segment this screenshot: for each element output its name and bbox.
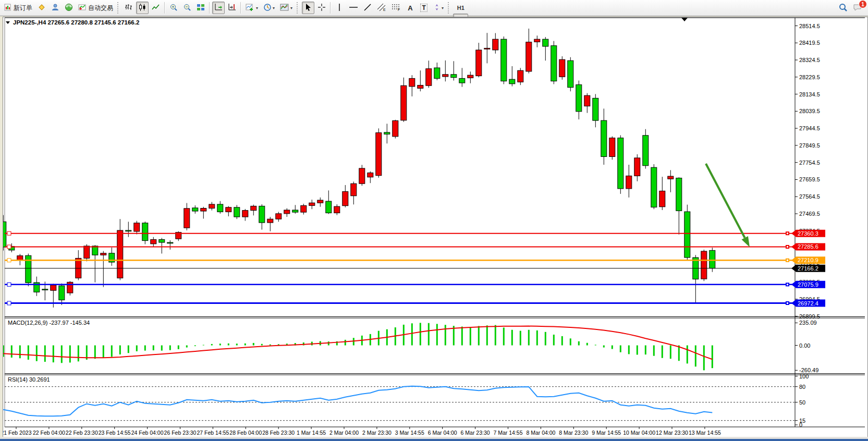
trendline-button[interactable] bbox=[361, 2, 374, 14]
chart-canvas[interactable]: 26899.526994.527089.527184.527279.527374… bbox=[3, 17, 868, 439]
new-order-button[interactable]: 新订单 bbox=[2, 2, 34, 14]
search-button[interactable] bbox=[836, 2, 850, 14]
candle-body bbox=[51, 285, 56, 290]
candle-body bbox=[634, 158, 640, 176]
candle-body bbox=[226, 207, 231, 212]
line-handle-dot bbox=[787, 232, 788, 234]
rsi-axis-label: 50 bbox=[799, 399, 805, 406]
candle-body bbox=[509, 79, 515, 84]
candle-body bbox=[434, 68, 440, 78]
candle-body bbox=[526, 42, 532, 71]
zoom-in-button[interactable] bbox=[167, 2, 180, 14]
bar-chart-icon bbox=[125, 3, 133, 13]
time-label: 24 Feb 04:00 bbox=[131, 430, 164, 436]
candle-body bbox=[710, 250, 715, 268]
candle-body bbox=[593, 98, 598, 120]
annotation-arrow-head[interactable] bbox=[742, 236, 750, 247]
candlestick-button[interactable] bbox=[136, 2, 149, 14]
rsi-axis-label: 0 bbox=[799, 422, 802, 428]
toolbar-grip bbox=[448, 2, 451, 14]
crosshair-button[interactable] bbox=[315, 2, 328, 14]
line-handle[interactable] bbox=[7, 231, 11, 235]
candle-body bbox=[326, 201, 332, 213]
line-handle[interactable] bbox=[7, 245, 11, 249]
candle-body bbox=[117, 230, 123, 278]
cursor-button[interactable] bbox=[302, 2, 314, 14]
periods-button[interactable]: ▾ bbox=[261, 2, 277, 14]
templates-icon bbox=[280, 3, 289, 13]
fibonacci-icon: F bbox=[392, 3, 401, 13]
equidistant-channel-button[interactable]: E bbox=[375, 2, 388, 14]
time-label: 6 Mar 23:30 bbox=[461, 430, 490, 436]
time-label: 26 Feb 23:30 bbox=[164, 430, 197, 436]
time-label: 2 Mar 04:00 bbox=[329, 430, 359, 436]
line-handle-dot bbox=[787, 260, 788, 261]
annotation-arrow[interactable] bbox=[706, 164, 745, 238]
zoom-out-button[interactable] bbox=[181, 2, 193, 14]
candle-body bbox=[259, 206, 265, 223]
chart-window[interactable]: 26899.526994.527089.527184.527279.527374… bbox=[3, 17, 868, 439]
vertical-line-button[interactable] bbox=[333, 2, 346, 14]
price-tick-label: 28229.5 bbox=[799, 74, 820, 80]
candle-body bbox=[668, 176, 674, 179]
candle-body bbox=[468, 75, 473, 78]
line-chart-button[interactable] bbox=[150, 2, 162, 14]
candle-body bbox=[451, 75, 457, 78]
timeframe-h1[interactable]: H1 bbox=[453, 2, 468, 14]
candle-body bbox=[609, 138, 615, 157]
candle-body bbox=[601, 120, 607, 156]
tile-windows-button[interactable] bbox=[194, 2, 207, 14]
toolbar-separator bbox=[240, 2, 241, 14]
toolbar-separator bbox=[209, 2, 210, 14]
candle-body bbox=[459, 78, 465, 83]
trendline-icon bbox=[363, 3, 372, 13]
line-handle[interactable] bbox=[7, 283, 11, 286]
auto-trading-label: 自动交易 bbox=[88, 4, 113, 13]
toolbar: 新订单 自动交易 ▾ ▾ bbox=[0, 0, 868, 16]
candle-body bbox=[292, 210, 298, 212]
candle-body bbox=[659, 191, 665, 206]
notifications-button[interactable]: 1 bbox=[851, 2, 864, 14]
fibonacci-button[interactable]: F bbox=[389, 2, 403, 14]
price-line-badge-label: 26972.4 bbox=[798, 300, 818, 307]
price-tick-label: 27754.5 bbox=[799, 160, 820, 166]
signal-button[interactable] bbox=[63, 2, 75, 14]
compass-button[interactable] bbox=[35, 2, 48, 14]
auto-trading-button[interactable]: 自动交易 bbox=[76, 2, 115, 14]
toolbar-separator bbox=[330, 2, 331, 14]
text-label-button[interactable]: T bbox=[418, 2, 430, 14]
bar-chart-button[interactable] bbox=[123, 2, 135, 14]
candle-body bbox=[351, 183, 357, 195]
chart-shift-button[interactable] bbox=[226, 2, 238, 14]
candle-body bbox=[409, 78, 415, 87]
toolbar-separator bbox=[164, 2, 165, 14]
new-order-label: 新订单 bbox=[14, 4, 32, 13]
candle-body bbox=[476, 50, 482, 76]
candle-body bbox=[84, 246, 90, 258]
horizontal-line-button[interactable] bbox=[347, 2, 360, 14]
profile-button[interactable] bbox=[49, 2, 62, 14]
time-label: 7 Mar 14:55 bbox=[493, 430, 522, 436]
line-handle[interactable] bbox=[7, 301, 11, 305]
time-label: 21 Feb 2023 bbox=[3, 430, 32, 436]
candlestick-icon bbox=[138, 3, 146, 13]
text-button[interactable]: A bbox=[404, 2, 417, 14]
line-handle[interactable] bbox=[7, 259, 11, 262]
candle-body bbox=[192, 208, 198, 211]
candle-body bbox=[59, 286, 65, 300]
crosshair-icon bbox=[317, 3, 326, 13]
arrows-button[interactable]: ▾ bbox=[431, 2, 446, 14]
time-label: 28 Feb 23:30 bbox=[262, 430, 295, 436]
shift-marker[interactable] bbox=[681, 18, 688, 21]
symbol-dropdown-icon[interactable] bbox=[6, 21, 10, 24]
candle-body bbox=[534, 39, 540, 42]
candle-body bbox=[142, 223, 148, 241]
time-label: 2 Mar 23:30 bbox=[362, 430, 392, 436]
indicators-button[interactable]: ▾ bbox=[243, 2, 260, 14]
time-label: 10 Mar 04:00 bbox=[623, 430, 655, 436]
price-line-badge-label: 27285.6 bbox=[798, 243, 818, 250]
candle-body bbox=[201, 209, 206, 212]
templates-button[interactable]: ▾ bbox=[278, 2, 295, 14]
candle-body bbox=[101, 253, 106, 255]
auto-scroll-button[interactable] bbox=[212, 2, 225, 14]
